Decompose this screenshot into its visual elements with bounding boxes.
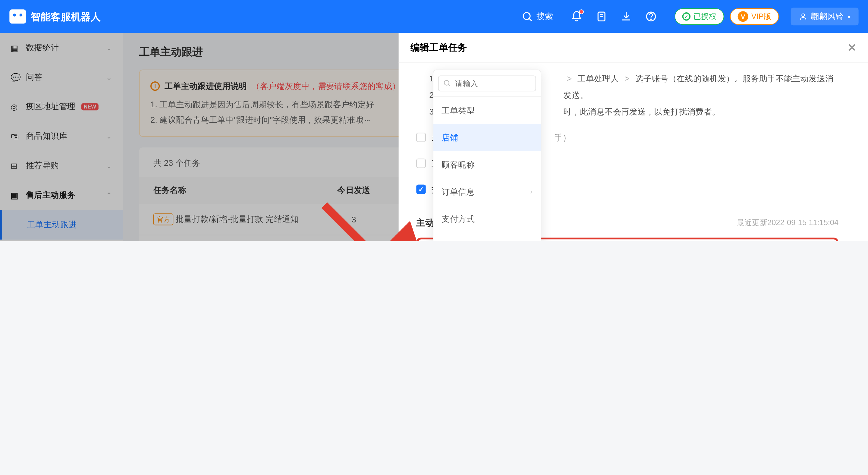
edit-ticket-drawer: 编辑工单任务 ✕ 1. 发 > 工单处理人 > 选子账号（在线的随机发）。服务助… [399,33,868,241]
header-search[interactable]: 搜索 [521,10,553,22]
svg-point-7 [802,14,804,17]
checkbox-checked-icon [416,185,426,194]
variable-dropdown: 工单类型店铺顾客昵称订单信息›支付方式线下支付凭证支付宝账号收款人姓名打款金额登… [433,70,541,241]
search-icon [521,10,533,22]
close-icon[interactable]: ✕ [847,41,856,54]
app-name: 智能客服机器人 [31,10,101,23]
dropdown-search-input[interactable] [438,75,536,91]
svg-line-1 [530,19,532,21]
check-icon: ✓ [682,12,690,21]
dropdown-option[interactable]: 顾客昵称 [433,151,541,178]
chevron-right-icon: › [530,185,532,198]
authorized-badge[interactable]: ✓ 已授权 [675,8,724,25]
chevron-down-icon: ▾ [847,13,850,20]
search-icon [443,79,451,87]
search-label: 搜索 [536,11,553,22]
dropdown-option[interactable]: 工单类型 [433,97,541,124]
dropdown-option[interactable]: 支付方式 [433,205,541,232]
svg-point-15 [444,81,449,85]
drawer-title: 编辑工单任务 [410,41,467,54]
robot-icon [9,9,26,24]
bell-icon[interactable] [571,10,583,22]
dropdown-option[interactable]: 店铺 [433,124,541,151]
breadcrumb: > 工单处理人 > 选子账号（在线的随机发）。服务助手不能主动发送消 [563,74,833,83]
dropdown-option[interactable]: 线下支付凭证 [433,232,541,241]
user-icon [799,12,807,21]
svg-line-16 [448,85,450,86]
vip-v-icon: V [738,11,748,22]
user-menu[interactable]: 翩翩风铃 ▾ [791,7,859,25]
svg-point-0 [523,13,530,20]
notebook-icon[interactable] [595,10,607,22]
help-icon[interactable] [645,10,657,22]
checkbox-icon [416,133,426,142]
checkbox-icon [416,159,426,168]
dropdown-option[interactable]: 订单信息› [433,178,541,205]
vip-badge[interactable]: V VIP版 [730,8,779,25]
download-icon[interactable] [620,10,632,22]
app-logo[interactable]: 智能客服机器人 [9,9,101,24]
last-updated: 最近更新2022-09-15 11:15:04 [737,215,838,230]
svg-point-6 [651,19,651,20]
